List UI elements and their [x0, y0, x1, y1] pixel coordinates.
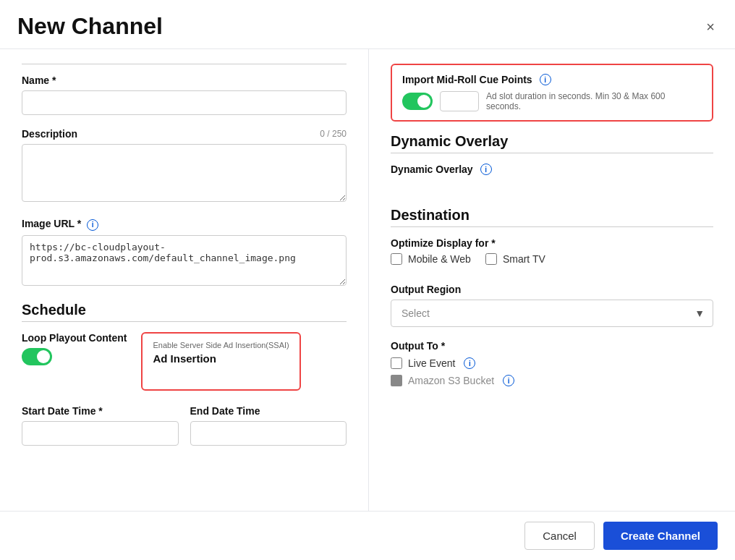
mobile-web-label: Mobile & Web — [408, 253, 471, 265]
char-count: 0 / 250 — [320, 129, 347, 139]
name-group: Name * — [22, 75, 347, 115]
dynamic-overlay-info-icon[interactable]: i — [480, 164, 492, 175]
create-channel-button[interactable]: Create Channel — [603, 522, 718, 550]
smart-tv-option: Smart TV — [485, 253, 545, 265]
top-divider — [22, 64, 347, 64]
end-date-input[interactable] — [190, 421, 347, 446]
output-to-group: Output To * Live Event i Amazon S3 Bucke… — [391, 340, 713, 386]
ad-insertion-title: Ad Insertion — [153, 352, 289, 365]
duration-input[interactable]: 30 — [440, 91, 479, 111]
description-label-row: Description 0 / 250 — [22, 128, 347, 140]
close-button[interactable]: × — [703, 17, 718, 37]
dynamic-overlay-group: Dynamic Overlay i — [391, 164, 713, 194]
mid-roll-slider — [402, 93, 433, 110]
output-region-label: Output Region — [391, 284, 713, 295]
end-date-item: End Date Time — [190, 405, 347, 446]
image-url-group: Image URL * i https://bc-cloudplayout-pr… — [22, 218, 347, 289]
dynamic-overlay-label: Dynamic Overlay — [391, 164, 473, 175]
live-event-label: Live Event — [408, 357, 455, 369]
left-column: Name * Description 0 / 250 Image URL * i… — [0, 49, 369, 511]
output-region-select-wrapper: Select ▼ — [391, 300, 713, 327]
right-column: Import Mid-Roll Cue Points i 30 Ad slot … — [369, 49, 735, 511]
modal-body: Name * Description 0 / 250 Image URL * i… — [0, 49, 735, 511]
dynamic-overlay-section-title: Dynamic Overlay — [391, 133, 713, 150]
mid-roll-header: Import Mid-Roll Cue Points i — [402, 74, 702, 85]
output-region-select[interactable]: Select — [391, 300, 713, 327]
date-grid: Start Date Time * End Date Time — [22, 405, 347, 446]
mid-roll-title: Import Mid-Roll Cue Points — [402, 74, 532, 85]
name-label: Name * — [22, 75, 347, 86]
image-url-label: Image URL * i — [22, 218, 347, 231]
live-event-checkbox[interactable] — [391, 357, 402, 369]
cancel-button[interactable]: Cancel — [524, 522, 595, 550]
modal-footer: Cancel Create Channel — [0, 511, 735, 560]
mobile-web-checkbox[interactable] — [391, 253, 402, 265]
output-region-group: Output Region Select ▼ — [391, 284, 713, 327]
loop-playout-toggle[interactable] — [22, 348, 52, 365]
start-date-label: Start Date Time * — [22, 405, 179, 417]
loop-playout-label: Loop Playout Content — [22, 332, 127, 344]
dynamic-overlay-divider — [391, 153, 713, 153]
s3-bucket-label: Amazon S3 Bucket — [408, 375, 494, 386]
s3-bucket-info-icon[interactable]: i — [503, 375, 514, 386]
ssai-label: Enable Server Side Ad Insertion(SSAI) — [153, 341, 289, 349]
duration-hint: Ad slot duration in seconds. Min 30 & Ma… — [486, 91, 702, 111]
mobile-web-option: Mobile & Web — [391, 253, 471, 265]
modal-header: New Channel × — [0, 0, 735, 49]
name-input[interactable] — [22, 90, 347, 115]
s3-bucket-checkbox-visual — [391, 375, 402, 386]
loop-ad-row: Loop Playout Content Enable Server Side … — [22, 332, 347, 391]
loop-playout-item: Loop Playout Content — [22, 332, 127, 365]
destination-divider — [391, 226, 713, 227]
s3-bucket-option: Amazon S3 Bucket i — [391, 375, 713, 386]
schedule-section-title: Schedule — [22, 302, 347, 318]
optimize-label: Optimize Display for * — [391, 237, 713, 249]
loop-playout-slider — [22, 348, 52, 365]
live-event-info-icon[interactable]: i — [464, 357, 475, 369]
optimize-group: Optimize Display for * Mobile & Web Smar… — [391, 237, 713, 271]
end-date-label: End Date Time — [190, 405, 347, 417]
description-group: Description 0 / 250 — [22, 128, 347, 205]
mid-roll-toggle[interactable] — [402, 93, 433, 110]
page-title: New Channel — [17, 13, 163, 40]
output-to-label: Output To * — [391, 340, 713, 352]
optimize-options: Mobile & Web Smart TV — [391, 253, 713, 271]
live-event-option: Live Event i — [391, 357, 713, 369]
mid-roll-box: Import Mid-Roll Cue Points i 30 Ad slot … — [391, 64, 713, 122]
dynamic-overlay-label-row: Dynamic Overlay i — [391, 164, 713, 175]
mid-roll-info-icon[interactable]: i — [540, 74, 551, 85]
description-textarea[interactable] — [22, 144, 347, 202]
start-date-input[interactable] — [22, 421, 179, 446]
image-url-info-icon[interactable]: i — [87, 219, 98, 231]
smart-tv-checkbox[interactable] — [485, 253, 497, 265]
smart-tv-label: Smart TV — [503, 253, 545, 265]
description-label: Description — [22, 128, 77, 140]
start-date-item: Start Date Time * — [22, 405, 179, 446]
image-url-input[interactable]: https://bc-cloudplayout-prod.s3.amazonaw… — [22, 235, 347, 286]
mid-roll-row: 30 Ad slot duration in seconds. Min 30 &… — [402, 91, 702, 111]
destination-section-title: Destination — [391, 207, 713, 224]
ad-insertion-box: Enable Server Side Ad Insertion(SSAI) Ad… — [141, 332, 300, 391]
new-channel-modal: New Channel × Name * Description 0 / 250 — [0, 0, 735, 560]
schedule-divider — [22, 321, 347, 322]
